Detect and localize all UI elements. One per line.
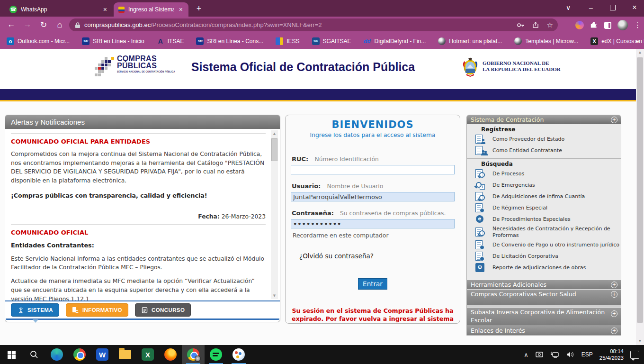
- taskbar-firefox[interactable]: [159, 345, 182, 364]
- taskbar-spotify[interactable]: [205, 345, 227, 364]
- scroll-up-icon[interactable]: ▲: [271, 130, 278, 137]
- address-bar[interactable]: compraspublicas.gob.ec/ProcesoContrataci…: [69, 18, 558, 31]
- url-domain: compraspublicas.gob.ec: [84, 21, 151, 28]
- sgaitsae-icon: SRI: [312, 37, 320, 45]
- reload-button[interactable]: ↻: [37, 18, 50, 31]
- taskbar-chrome-active[interactable]: [182, 345, 205, 364]
- bookmark-digitaldefynd[interactable]: ddDigitalDefynd - Fin...: [364, 37, 426, 45]
- taskbar-chrome[interactable]: [68, 345, 91, 364]
- bookmark-iess[interactable]: IESS: [276, 37, 299, 45]
- accordion-enlaces[interactable]: Enlaces de Interés +: [467, 326, 621, 335]
- scrollbar-thumb[interactable]: [271, 138, 277, 161]
- accordion-herramientas[interactable]: Herramientas Adicionales +: [467, 280, 621, 289]
- navy-divider-bar: [0, 89, 636, 101]
- volume-icon[interactable]: [566, 351, 575, 358]
- bookmark-label: SRI en Línea - Cons...: [207, 38, 263, 45]
- page-scrollbar[interactable]: ▲ ▼: [636, 49, 644, 345]
- scrollbar-thumb[interactable]: [637, 57, 643, 323]
- side-panel-icon[interactable]: [604, 22, 611, 29]
- menu-item-proveedor[interactable]: Como Proveedor del Estado: [467, 134, 621, 145]
- menu-item-licitacion[interactable]: De Licitación Corporativa: [467, 251, 621, 262]
- bookmark-sgaitsae[interactable]: SRISGAITSAE: [312, 37, 351, 45]
- document-person-icon: [474, 134, 486, 145]
- bookmarks-overflow-icon[interactable]: »: [635, 37, 638, 45]
- language-indicator[interactable]: ESP: [581, 351, 593, 358]
- menu-label: Como Proveedor del Estado: [492, 136, 564, 143]
- taskbar-word[interactable]: W: [91, 345, 114, 364]
- new-tab-button[interactable]: +: [193, 4, 205, 14]
- user-hint: Nombre de Usuario: [327, 183, 383, 190]
- weather-extension-icon[interactable]: [575, 21, 584, 29]
- ruc-input[interactable]: [291, 165, 455, 174]
- bookmark-sri-consultas[interactable]: SRISRI en Línea - Cons...: [196, 37, 263, 45]
- menu-item-reporte-obras[interactable]: ⚙ Reporte de adjudicaciones de obras: [467, 262, 621, 273]
- taskbar-search-button[interactable]: [23, 345, 45, 364]
- menu-item-procesos[interactable]: De Procesos: [467, 168, 621, 180]
- menu-item-entidad[interactable]: Como Entidad Contratante: [467, 145, 621, 156]
- back-button[interactable]: ←: [5, 18, 18, 31]
- sidebar-header[interactable]: Sistema de Contratación +: [467, 115, 621, 124]
- menu-item-procedimientos-especiales[interactable]: e De Procedimientos Especiales: [467, 214, 621, 225]
- cast-icon[interactable]: [535, 351, 544, 358]
- alerts-title: Alertas y Notificaciones: [11, 118, 85, 126]
- alerts-panel: Alertas y Notificaciones COMUNICADO OFIC…: [5, 115, 280, 322]
- network-icon[interactable]: [550, 351, 559, 358]
- expand-plus-icon[interactable]: +: [611, 117, 617, 123]
- menu-item-regimen-especial[interactable]: De Régimen Especial: [467, 202, 621, 214]
- scroll-up-icon[interactable]: ▲: [636, 49, 644, 56]
- taskbar-excel[interactable]: X: [136, 345, 159, 364]
- close-tab-icon[interactable]: ×: [102, 6, 108, 13]
- itsae-icon: A: [157, 37, 164, 45]
- tab-search-icon[interactable]: ∨: [558, 0, 579, 15]
- browser-menu-icon[interactable]: ⋮: [634, 21, 641, 29]
- login-button[interactable]: Entrar: [358, 278, 387, 290]
- menu-item-necesidades[interactable]: Necesidades de Contratación y Recepción …: [467, 225, 621, 239]
- expand-plus-icon[interactable]: +: [611, 282, 617, 288]
- restore-button[interactable]: [602, 0, 623, 15]
- start-button[interactable]: [0, 345, 23, 364]
- menu-item-infima-cuantia[interactable]: De Adquisiciones de ínfima Cuantía: [467, 191, 621, 202]
- password-input[interactable]: [291, 219, 455, 228]
- bookmark-hotmart[interactable]: Hotmart: una plataf...: [438, 37, 502, 45]
- home-button[interactable]: ⌂: [53, 18, 66, 31]
- close-window-button[interactable]: ×: [624, 0, 644, 15]
- scroll-down-icon[interactable]: ▼: [636, 337, 644, 345]
- forward-button[interactable]: →: [21, 18, 34, 31]
- remember-me-label[interactable]: Recordarme en este computador: [291, 232, 455, 239]
- expand-plus-icon[interactable]: +: [611, 328, 617, 334]
- notifications-icon[interactable]: [630, 351, 639, 359]
- bookmark-outlook[interactable]: oOutlook.com - Micr...: [7, 37, 70, 45]
- taskbar-edge[interactable]: [45, 345, 68, 364]
- extensions-puzzle-icon[interactable]: [590, 21, 598, 29]
- tray-expand-icon[interactable]: ∧: [524, 351, 528, 358]
- bookmark-star-icon[interactable]: ☆: [547, 21, 553, 29]
- tab-whatsapp[interactable]: ☎ WhatsApp ×: [5, 2, 113, 17]
- bookmark-templates[interactable]: Templates | Microw...: [514, 37, 578, 45]
- expand-plus-icon[interactable]: +: [611, 291, 617, 298]
- menu-item-emergencias[interactable]: + De Emergencias: [467, 180, 621, 191]
- scroll-down-icon[interactable]: ▼: [271, 292, 278, 299]
- tab-informativo[interactable]: INFORMATIVO: [66, 303, 128, 317]
- accordion-subasta-alimentacion[interactable]: Subasta Inversa Corporativa de Alimentac…: [467, 308, 621, 326]
- username-input[interactable]: [291, 192, 455, 201]
- minimize-button[interactable]: –: [581, 0, 601, 15]
- tab-sistema[interactable]: SISTEMA: [11, 303, 59, 317]
- tab-compras-publicas[interactable]: Ingreso al Sistema - Compras Públ ×: [114, 2, 188, 17]
- expand-plus-icon[interactable]: +: [611, 310, 617, 317]
- password-key-icon[interactable]: [517, 21, 524, 29]
- tab-concurso[interactable]: CONCURSO: [135, 303, 191, 317]
- bookmark-sri-inicio[interactable]: SRISRI en Línea - Inicio: [82, 37, 144, 45]
- bookmark-itsae[interactable]: AITSAE: [157, 37, 184, 45]
- taskbar-paint[interactable]: [227, 345, 250, 364]
- alerts-scrollbar[interactable]: ▲ ▼: [271, 130, 278, 299]
- share-icon[interactable]: [532, 21, 539, 29]
- tab-title: Ingreso al Sistema - Compras Públ: [128, 6, 174, 13]
- forgot-password-link[interactable]: ¿Olvidó su contraseña?: [299, 252, 374, 260]
- profile-avatar[interactable]: [617, 20, 628, 30]
- clock[interactable]: 08:1425/4/2023: [599, 348, 624, 361]
- menu-item-convenio-pago[interactable]: De Convenio de Pago u otro instrumento j…: [467, 239, 621, 251]
- close-tab-icon[interactable]: ×: [178, 6, 184, 13]
- taskbar-file-explorer[interactable]: [114, 345, 136, 364]
- accordion-sector-salud[interactable]: Compras Corporativas Sector Salud +: [467, 290, 621, 305]
- session-expired-message: Su sesión en el sistema de Compras Públi…: [291, 307, 455, 323]
